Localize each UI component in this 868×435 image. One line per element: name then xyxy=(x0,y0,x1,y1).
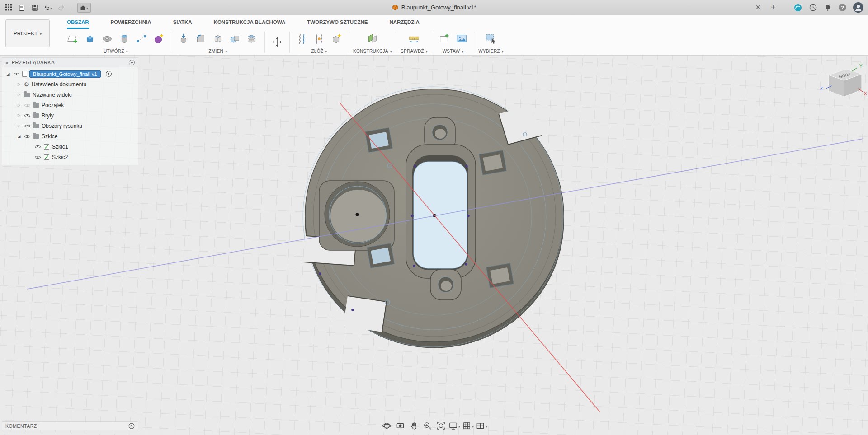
tool-pattern-points[interactable] xyxy=(133,31,150,47)
expand-arrow-icon[interactable] xyxy=(16,124,22,128)
expand-arrow-icon[interactable] xyxy=(16,113,22,117)
help-icon[interactable] xyxy=(839,4,846,11)
viewports-icon[interactable] xyxy=(476,420,487,431)
tool-combine[interactable] xyxy=(227,31,243,47)
tree-item-label[interactable]: Ustawienia dokumentu xyxy=(32,81,86,88)
visibility-eye-icon[interactable] xyxy=(24,102,31,108)
tool-new-component[interactable] xyxy=(328,31,344,47)
tree-item-label[interactable]: Szkic2 xyxy=(52,154,68,160)
tree-item-label[interactable]: Początek xyxy=(42,102,64,108)
browser-row-drawing-areas[interactable]: Obszary rysunku xyxy=(2,121,138,131)
home-icon[interactable] xyxy=(77,3,91,13)
fit-icon[interactable] xyxy=(435,420,447,431)
root-component-label[interactable]: Blaupunkt_Gotowy_finall v1 xyxy=(29,70,101,78)
browser-row-sketch2[interactable]: Szkic2 xyxy=(2,152,138,162)
group-label-konstrukcja[interactable]: KONSTRUKCJA xyxy=(353,48,392,55)
bell-icon[interactable] xyxy=(824,4,832,12)
visibility-eye-icon[interactable] xyxy=(24,122,31,129)
grid-settings-icon[interactable] xyxy=(462,420,474,431)
browser-row-root[interactable]: Blaupunkt_Gotowy_finall v1 xyxy=(2,69,138,79)
tool-joint[interactable] xyxy=(294,31,310,47)
zoom-icon[interactable] xyxy=(421,420,433,431)
app-grid-icon[interactable] xyxy=(5,4,13,12)
visibility-eye-icon[interactable] xyxy=(24,133,31,140)
ribbon-group-utworz: UTWÓRZ xyxy=(61,29,171,55)
expand-arrow-icon[interactable] xyxy=(16,134,22,139)
tab-narzedzia[interactable]: NARZĘDZIA xyxy=(389,15,419,29)
tool-canvas[interactable] xyxy=(453,31,470,47)
project-button[interactable]: PROJEKT xyxy=(5,19,50,47)
cylinder-icon xyxy=(118,33,131,45)
save-icon[interactable] xyxy=(31,4,39,12)
tool-shell[interactable] xyxy=(210,31,226,47)
tree-item-label[interactable]: Szkice xyxy=(42,133,57,140)
new-tab-icon[interactable] xyxy=(769,4,777,12)
browser-row-document-settings[interactable]: Ustawienia dokumentu xyxy=(2,79,138,89)
tree-item-label[interactable]: Nazwane widoki xyxy=(33,92,72,98)
collapse-panel-icon[interactable] xyxy=(5,59,9,66)
avatar-icon[interactable] xyxy=(853,2,863,13)
tab-tworzywo-sztuczne[interactable]: TWORZYWO SZTUCZNE xyxy=(307,15,368,29)
tool-as-built-joint[interactable] xyxy=(311,31,327,47)
expand-arrow-icon[interactable] xyxy=(5,72,11,76)
tab-siatka[interactable]: SIATKA xyxy=(173,15,192,29)
tool-cylinder[interactable] xyxy=(116,31,132,47)
group-label-zloz[interactable]: ZŁÓŻ xyxy=(311,48,327,55)
tool-insert-object[interactable] xyxy=(436,31,453,47)
close-icon[interactable] xyxy=(754,4,762,12)
tab-obszar[interactable]: OBSZAR xyxy=(67,15,89,29)
comment-bar[interactable]: KOMENTARZ xyxy=(2,421,138,430)
document-tab[interactable]: Blaupunkt_Gotowy_finall v1* xyxy=(392,4,476,11)
viewports-glyph xyxy=(476,421,485,430)
tree-item-label[interactable]: Szkic1 xyxy=(52,144,68,150)
group-label-zmien[interactable]: ZMIEŃ xyxy=(209,48,227,55)
browser-row-named-views[interactable]: Nazwane widoki xyxy=(2,89,138,100)
tree-item-label[interactable]: Obszary rysunku xyxy=(42,123,82,129)
expand-arrow-icon[interactable] xyxy=(16,93,22,97)
tool-box[interactable] xyxy=(82,31,98,47)
group-label-utworz[interactable]: UTWÓRZ xyxy=(104,48,128,55)
visibility-eye-icon[interactable] xyxy=(24,112,31,119)
browser-row-sketches[interactable]: Szkice xyxy=(2,131,138,141)
tool-form[interactable] xyxy=(151,31,167,47)
expand-arrow-icon[interactable] xyxy=(16,103,22,107)
group-label-wybierz[interactable]: WYBIERZ xyxy=(478,48,504,55)
activate-component-radio[interactable] xyxy=(106,71,112,77)
tool-pattern[interactable] xyxy=(244,31,260,47)
expand-comments-icon[interactable] xyxy=(128,423,135,429)
visibility-eye-icon[interactable] xyxy=(13,70,20,77)
clock-icon[interactable] xyxy=(809,4,817,12)
group-label-wstaw[interactable]: WSTAW xyxy=(443,48,464,55)
ribbon-group-konstrukcja: KONSTRUKCJA xyxy=(349,29,396,55)
tab-powierzchnia[interactable]: POWIERZCHNIA xyxy=(111,15,151,29)
orbit-icon[interactable] xyxy=(381,420,392,431)
tool-fillet[interactable] xyxy=(193,31,209,47)
tree-item-label[interactable]: Bryły xyxy=(42,112,54,119)
tool-move-copy[interactable] xyxy=(269,34,285,50)
tool-create-sketch[interactable] xyxy=(65,31,81,47)
home-dropdown-caret[interactable] xyxy=(86,4,88,11)
visibility-eye-icon[interactable] xyxy=(34,154,41,160)
tab-konstrukcja-blachowa[interactable]: KONSTRUKCJA BLACHOWA xyxy=(214,15,286,29)
tool-revolve[interactable] xyxy=(99,31,115,47)
expand-arrow-icon[interactable] xyxy=(16,82,22,86)
visibility-eye-icon[interactable] xyxy=(34,143,41,150)
tool-measure[interactable] xyxy=(406,31,422,47)
tool-construction-plane[interactable] xyxy=(364,31,381,47)
presence-icon[interactable] xyxy=(794,4,802,12)
group-label-sprawdz[interactable]: SPRAWDŹ xyxy=(401,48,428,55)
tool-press-pull[interactable] xyxy=(175,31,192,47)
pan-icon[interactable] xyxy=(408,420,420,431)
file-icon[interactable] xyxy=(18,4,26,12)
browser-row-origin[interactable]: Początek xyxy=(2,100,138,110)
display-settings-icon[interactable] xyxy=(448,420,460,431)
look-at-icon[interactable] xyxy=(394,420,406,431)
tool-select-window[interactable] xyxy=(483,31,499,47)
browser-row-bodies[interactable]: Bryły xyxy=(2,110,138,121)
redo-icon[interactable] xyxy=(57,4,65,12)
browser-header[interactable]: PRZEGLĄDARKA xyxy=(2,57,138,67)
collapse-all-icon[interactable] xyxy=(129,60,135,65)
browser-row-sketch1[interactable]: Szkic1 xyxy=(2,141,138,152)
undo-dropdown-caret[interactable] xyxy=(50,4,52,11)
undo-icon[interactable] xyxy=(44,4,52,12)
